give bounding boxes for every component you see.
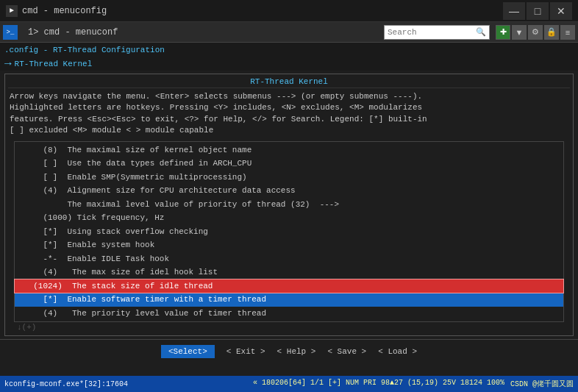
config-box: RT-Thread Kernel Arrow keys navigate the… xyxy=(4,74,574,336)
list-item[interactable]: [ ] Use the data types defined in ARCH_C… xyxy=(15,157,563,171)
list-item-highlighted[interactable]: (1024) The stack size of idle thread xyxy=(15,279,563,293)
arrow-icon: → xyxy=(4,57,12,71)
list-item[interactable]: (1000) Tick frequency, Hz xyxy=(15,211,563,225)
help-line4: [ ] excluded <M> module < > module capab… xyxy=(10,125,568,136)
list-item-highlighted2[interactable]: [*] Enable software timer with a timer t… xyxy=(15,293,563,307)
settings-icon[interactable]: ⚙ xyxy=(528,25,543,40)
breadcrumb-text: .config - RT-Thread Configuration xyxy=(4,46,165,54)
dropdown-icon[interactable]: ▼ xyxy=(512,25,527,40)
status-bar: kconfig-mconf.exe*[32]:17604 « 180206[64… xyxy=(0,376,578,392)
maximize-button[interactable]: □ xyxy=(527,2,549,20)
tab-label[interactable]: 1> cmd - menuconf xyxy=(24,26,122,39)
status-item: « 180206[64] 1/1 [+] NUM PRI 98▲27 (15,1… xyxy=(253,379,504,389)
main-content: RT-Thread Kernel Arrow keys navigate the… xyxy=(0,71,578,376)
menu-list: (8) The maximal size of kernel object na… xyxy=(14,141,564,323)
menu-icon-btn[interactable]: ≡ xyxy=(560,25,575,40)
status-right: « 180206[64] 1/1 [+] NUM PRI 98▲27 (15,1… xyxy=(253,379,574,389)
title-text: cmd - menuconfig xyxy=(22,6,503,16)
title-bar: ► cmd - menuconfig — □ ✕ xyxy=(0,0,578,22)
list-item[interactable]: [*] Enable system hook xyxy=(15,238,563,252)
close-button[interactable]: ✕ xyxy=(550,2,572,20)
app-icon: ► xyxy=(6,5,18,17)
list-item[interactable]: (4) The priority level value of timer th… xyxy=(15,307,563,321)
help-text: Arrow keys navigate the menu. <Enter> se… xyxy=(8,91,570,137)
list-item[interactable]: [*] Using stack overflow checking xyxy=(15,225,563,239)
help-line1: Arrow keys navigate the menu. <Enter> se… xyxy=(10,91,568,102)
toolbar-icons: ✚ ▼ ⚙ 🔒 ≡ xyxy=(496,25,575,40)
list-item[interactable]: -*- Enable IDLE Task hook xyxy=(15,252,563,266)
help-button[interactable]: < Help > xyxy=(277,347,316,356)
add-icon[interactable]: ✚ xyxy=(496,25,510,40)
load-button[interactable]: < Load > xyxy=(378,347,417,356)
window-controls: — □ ✕ xyxy=(503,2,572,20)
watermark: CSDN @佬千圆又圆 xyxy=(510,379,574,389)
list-item[interactable]: (8) The maximal size of kernel object na… xyxy=(15,143,563,157)
search-button[interactable]: 🔍 xyxy=(476,27,486,37)
sub-breadcrumb-text: RT-Thread Kernel xyxy=(15,60,93,68)
config-title: RT-Thread Kernel xyxy=(8,77,570,88)
list-item[interactable]: The maximal level value of priority of t… xyxy=(15,198,563,212)
sub-breadcrumb: → RT-Thread Kernel xyxy=(0,57,578,71)
lock-icon[interactable]: 🔒 xyxy=(544,25,559,40)
select-button[interactable]: <Select> xyxy=(161,345,215,358)
terminal-icon: >_ xyxy=(3,25,18,40)
search-input[interactable] xyxy=(388,28,476,37)
minimize-button[interactable]: — xyxy=(503,2,525,20)
list-item[interactable]: (4) The max size of idel hook list xyxy=(15,266,563,279)
exit-button[interactable]: < Exit > xyxy=(226,347,265,356)
button-bar: <Select> < Exit > < Help > < Save > < Lo… xyxy=(0,339,578,363)
scroll-indicator: ↓(+) xyxy=(8,322,570,332)
help-line3: features. Press <Esc><Esc> to exit, <?> … xyxy=(10,114,568,125)
help-line2: Highlighted letters are hotkeys. Pressin… xyxy=(10,102,568,113)
status-left: kconfig-mconf.exe*[32]:17604 xyxy=(4,380,128,388)
save-button[interactable]: < Save > xyxy=(327,347,366,356)
breadcrumb-bar: .config - RT-Thread Configuration xyxy=(0,43,578,57)
list-item[interactable]: [ ] Enable SMP(Symmetric multiprocessing… xyxy=(15,171,563,185)
search-box[interactable]: 🔍 xyxy=(384,25,490,40)
list-item[interactable]: (4) Alignment size for CPU architecture … xyxy=(15,184,563,198)
menu-bar: >_ 1> cmd - menuconf 🔍 ✚ ▼ ⚙ 🔒 ≡ xyxy=(0,22,578,43)
